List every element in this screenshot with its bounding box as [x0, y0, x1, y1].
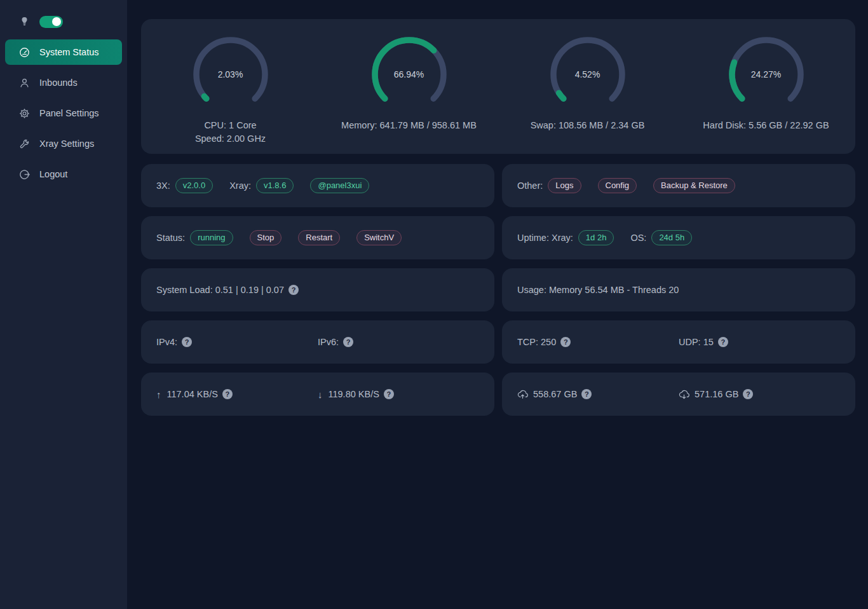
sidebar-item-logout[interactable]: Logout [5, 161, 122, 187]
swap-percent: 4.52% [550, 36, 626, 113]
config-button[interactable]: Config [598, 178, 637, 194]
status-card: Status: running Stop Restart SwitchV [141, 216, 494, 259]
network-speed-card: ↑ 117.04 KB/S ? ↓ 119.80 KB/S ? [141, 373, 494, 416]
wrench-icon [19, 139, 30, 149]
status-label: Status: [156, 233, 185, 243]
panel-version-badge[interactable]: v2.0.0 [175, 178, 213, 194]
question-icon[interactable]: ? [718, 337, 728, 347]
sidebar-item-label: Inbounds [39, 78, 78, 88]
total-received-item: 571.16 GB ? [679, 389, 840, 399]
total-sent: 558.67 GB [533, 389, 577, 399]
memory-percent: 66.94% [371, 36, 447, 113]
dark-mode-toggle[interactable] [39, 16, 63, 28]
arrow-down-icon: ↓ [318, 389, 323, 400]
swap-caption: Swap: 108.56 MB / 2.34 GB [531, 119, 645, 132]
download-speed-item: ↓ 119.80 KB/S ? [318, 389, 479, 400]
logout-icon [19, 169, 30, 180]
stop-button[interactable]: Stop [250, 230, 282, 246]
gear-icon [19, 108, 30, 119]
sidebar-item-system-status[interactable]: System Status [5, 39, 122, 65]
traffic-totals-card: 558.67 GB ? 571.16 GB ? [502, 373, 855, 416]
question-icon[interactable]: ? [288, 285, 299, 295]
restart-button[interactable]: Restart [298, 230, 340, 246]
os-uptime-badge: 24d 5h [651, 230, 692, 246]
total-sent-item: 558.67 GB ? [517, 389, 679, 399]
ipv6-label: IPv6: [318, 337, 339, 347]
sidebar-item-inbounds[interactable]: Inbounds [5, 70, 122, 95]
logs-button[interactable]: Logs [548, 178, 581, 194]
cpu-percent: 2.03% [193, 36, 269, 113]
xray-version-badge[interactable]: v1.8.6 [256, 178, 294, 194]
sidebar-item-label: Panel Settings [39, 108, 99, 118]
usage-text: Usage: Memory 56.54 MB - Threads 20 [517, 285, 679, 295]
swap-gauge: 4.52% Swap: 108.56 MB / 2.34 GB [498, 36, 677, 132]
memory-caption: Memory: 641.79 MB / 958.61 MB [341, 119, 477, 132]
ipv4-label: IPv4: [156, 337, 177, 347]
download-speed: 119.80 KB/S [329, 389, 379, 399]
switch-version-button[interactable]: SwitchV [356, 230, 402, 246]
usage-card: Usage: Memory 56.54 MB - Threads 20 [502, 268, 855, 311]
ip-card: IPv4: ? IPv6: ? [141, 320, 494, 364]
uptime-card: Uptime: Xray: 1d 2h OS: 24d 5h [502, 216, 855, 259]
tcp-item: TCP: 250 ? [517, 337, 679, 347]
udp-item: UDP: 15 ? [679, 337, 840, 347]
upload-speed: 117.04 KB/S [167, 389, 218, 399]
memory-gauge: 66.94% Memory: 641.79 MB / 958.61 MB [320, 36, 498, 132]
question-icon[interactable]: ? [384, 389, 394, 399]
running-status-badge: running [190, 230, 233, 246]
upload-speed-item: ↑ 117.04 KB/S ? [156, 389, 318, 400]
sidebar-item-label: Logout [39, 169, 67, 179]
disk-caption: Hard Disk: 5.56 GB / 22.92 GB [703, 119, 829, 132]
uptime-xray-label: Uptime: Xray: [517, 233, 573, 243]
cloud-download-icon [679, 390, 689, 399]
sidebar-item-panel-settings[interactable]: Panel Settings [5, 100, 122, 126]
connections-card: TCP: 250 ? UDP: 15 ? [502, 320, 855, 364]
question-icon[interactable]: ? [743, 389, 753, 399]
cpu-caption: CPU: 1 CoreSpeed: 2.00 GHz [195, 119, 266, 146]
version-3x-label: 3X: [156, 181, 170, 191]
system-gauges-card: 2.03% CPU: 1 CoreSpeed: 2.00 GHz 66.94% … [141, 19, 855, 154]
arrow-up-icon: ↑ [156, 389, 161, 400]
tcp-count: TCP: 250 [517, 337, 556, 347]
bulb-icon [20, 17, 29, 27]
backup-restore-button[interactable]: Backup & Restore [653, 178, 735, 194]
system-load-text: System Load: 0.51 | 0.19 | 0.07 [156, 285, 284, 295]
sidebar-item-label: Xray Settings [39, 139, 94, 149]
question-icon[interactable]: ? [343, 337, 353, 347]
theme-toggle-row [0, 0, 127, 38]
cpu-gauge: 2.03% CPU: 1 CoreSpeed: 2.00 GHz [141, 36, 320, 146]
ipv6-item: IPv6: ? [318, 337, 479, 347]
telegram-badge[interactable]: @panel3xui [310, 178, 369, 194]
system-load-card: System Load: 0.51 | 0.19 | 0.07 ? [141, 268, 494, 311]
toggle-knob [52, 17, 61, 26]
question-icon[interactable]: ? [222, 389, 233, 399]
ipv4-item: IPv4: ? [156, 337, 318, 347]
sidebar-menu: System Status Inbounds Panel Settings [0, 38, 127, 187]
question-icon[interactable]: ? [182, 337, 192, 347]
sidebar: System Status Inbounds Panel Settings [0, 0, 127, 609]
udp-count: UDP: 15 [679, 337, 714, 347]
main-content: 2.03% CPU: 1 CoreSpeed: 2.00 GHz 66.94% … [127, 0, 868, 416]
disk-percent: 24.27% [728, 36, 804, 113]
question-icon[interactable]: ? [560, 337, 571, 347]
other-card: Other: Logs Config Backup & Restore [502, 164, 855, 207]
uptime-os-label: OS: [630, 233, 646, 243]
question-icon[interactable]: ? [581, 389, 592, 399]
version-card: 3X: v2.0.0 Xray: v1.8.6 @panel3xui [141, 164, 494, 207]
sidebar-item-xray-settings[interactable]: Xray Settings [5, 131, 122, 156]
info-cards-grid: 3X: v2.0.0 Xray: v1.8.6 @panel3xui Other… [141, 164, 855, 416]
xray-uptime-badge: 1d 2h [578, 230, 614, 246]
version-xray-label: Xray: [229, 181, 251, 191]
cloud-upload-icon [517, 390, 528, 399]
disk-gauge: 24.27% Hard Disk: 5.56 GB / 22.92 GB [677, 36, 855, 132]
sidebar-item-label: System Status [39, 47, 98, 57]
total-received: 571.16 GB [695, 389, 738, 399]
user-icon [19, 78, 30, 88]
dashboard-icon [19, 47, 30, 58]
other-label: Other: [517, 181, 543, 191]
